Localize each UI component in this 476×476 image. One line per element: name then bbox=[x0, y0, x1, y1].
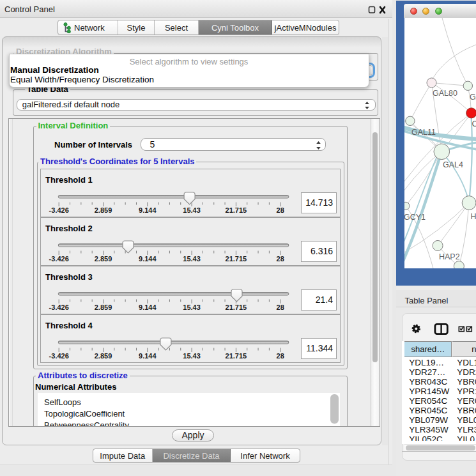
svg-text:28: 28 bbox=[277, 255, 284, 263]
svg-text:15.43: 15.43 bbox=[183, 255, 201, 263]
svg-text:28: 28 bbox=[277, 206, 284, 214]
svg-text:-3.426: -3.426 bbox=[49, 255, 69, 263]
svg-text:GAL11: GAL11 bbox=[411, 128, 436, 137]
svg-text:GAL: GAL bbox=[470, 93, 476, 102]
svg-text:9.144: 9.144 bbox=[139, 352, 157, 360]
svg-text:-3.426: -3.426 bbox=[49, 206, 69, 214]
svg-text:HA: HA bbox=[470, 212, 476, 221]
svg-text:21.715: 21.715 bbox=[226, 352, 247, 360]
svg-text:15.43: 15.43 bbox=[183, 303, 201, 311]
svg-text:-3.426: -3.426 bbox=[49, 303, 69, 311]
svg-text:2.859: 2.859 bbox=[95, 255, 112, 263]
svg-text:21.715: 21.715 bbox=[226, 303, 247, 311]
svg-text:HAP2: HAP2 bbox=[439, 252, 460, 261]
svg-text:2.859: 2.859 bbox=[95, 206, 112, 214]
svg-text:2.859: 2.859 bbox=[95, 303, 112, 311]
svg-text:GCY1: GCY1 bbox=[404, 213, 426, 222]
svg-text:9.144: 9.144 bbox=[139, 206, 157, 214]
svg-text:15.43: 15.43 bbox=[183, 352, 201, 360]
svg-text:9.144: 9.144 bbox=[139, 303, 157, 311]
svg-text:2.859: 2.859 bbox=[95, 352, 112, 360]
svg-text:28: 28 bbox=[277, 303, 284, 311]
svg-text:21.715: 21.715 bbox=[226, 206, 247, 214]
svg-text:15.43: 15.43 bbox=[183, 206, 201, 214]
svg-text:28: 28 bbox=[277, 352, 284, 360]
svg-text:9.144: 9.144 bbox=[139, 255, 157, 263]
svg-text:CY: CY bbox=[472, 119, 476, 128]
svg-text:GAL80: GAL80 bbox=[433, 89, 457, 98]
svg-text:21.715: 21.715 bbox=[226, 255, 247, 263]
svg-text:GAL4: GAL4 bbox=[443, 160, 463, 169]
svg-text:-3.426: -3.426 bbox=[49, 352, 69, 360]
